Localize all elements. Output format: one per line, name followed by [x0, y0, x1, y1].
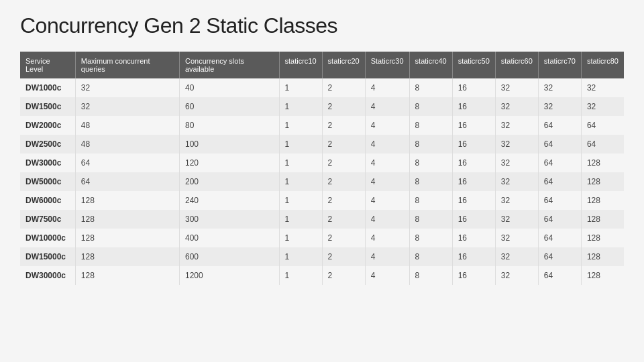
- cell-r8-c6: 8: [409, 229, 452, 247]
- cell-r5-c6: 8: [409, 172, 452, 191]
- cell-r3-c0: DW2500c: [20, 135, 75, 154]
- cell-r5-c8: 32: [495, 172, 538, 191]
- cell-r2-c3: 1: [279, 116, 322, 135]
- cell-r4-c10: 128: [581, 154, 624, 172]
- table-row: DW3000c641201248163264128: [20, 154, 624, 172]
- cell-r0-c9: 32: [538, 78, 581, 97]
- cell-r8-c7: 16: [452, 229, 495, 247]
- cell-r8-c8: 32: [495, 229, 538, 247]
- cell-r1-c4: 2: [322, 97, 365, 116]
- cell-r7-c2: 300: [179, 210, 279, 229]
- table-row: DW10000c1284001248163264128: [20, 229, 624, 247]
- table-row: DW1000c3240124816323232: [20, 78, 624, 97]
- cell-r5-c1: 64: [75, 172, 179, 191]
- cell-r3-c1: 48: [75, 135, 179, 154]
- cell-r3-c2: 100: [179, 135, 279, 154]
- cell-r5-c0: DW5000c: [20, 172, 75, 191]
- cell-r10-c2: 1200: [179, 266, 279, 285]
- cell-r4-c7: 16: [452, 154, 495, 172]
- cell-r3-c9: 64: [538, 135, 581, 154]
- cell-r8-c2: 400: [179, 229, 279, 247]
- cell-r6-c3: 1: [279, 191, 322, 210]
- cell-r10-c5: 4: [365, 266, 409, 285]
- cell-r0-c7: 16: [452, 78, 495, 97]
- cell-r7-c8: 32: [495, 210, 538, 229]
- cell-r0-c0: DW1000c: [20, 78, 75, 97]
- cell-r6-c10: 128: [581, 191, 624, 210]
- cell-r0-c2: 40: [179, 78, 279, 97]
- cell-r1-c2: 60: [179, 97, 279, 116]
- cell-r2-c10: 64: [581, 116, 624, 135]
- cell-r3-c5: 4: [365, 135, 409, 154]
- table-row: DW2000c4880124816326464: [20, 116, 624, 135]
- cell-r9-c9: 64: [538, 247, 581, 266]
- cell-r7-c10: 128: [581, 210, 624, 229]
- concurrency-table: Service LevelMaximum concurrent queriesC…: [20, 52, 624, 285]
- cell-r5-c7: 16: [452, 172, 495, 191]
- col-header-0: Service Level: [20, 52, 75, 78]
- cell-r4-c9: 64: [538, 154, 581, 172]
- cell-r4-c6: 8: [409, 154, 452, 172]
- table-row: DW5000c642001248163264128: [20, 172, 624, 191]
- cell-r10-c10: 128: [581, 266, 624, 285]
- cell-r8-c5: 4: [365, 229, 409, 247]
- cell-r5-c4: 2: [322, 172, 365, 191]
- table-body: DW1000c3240124816323232DW1500c3260124816…: [20, 78, 624, 285]
- cell-r6-c1: 128: [75, 191, 179, 210]
- cell-r5-c5: 4: [365, 172, 409, 191]
- cell-r0-c8: 32: [495, 78, 538, 97]
- cell-r4-c4: 2: [322, 154, 365, 172]
- col-header-5: Staticrc30: [365, 52, 409, 78]
- cell-r9-c6: 8: [409, 247, 452, 266]
- cell-r6-c8: 32: [495, 191, 538, 210]
- cell-r2-c6: 8: [409, 116, 452, 135]
- cell-r2-c7: 16: [452, 116, 495, 135]
- cell-r9-c7: 16: [452, 247, 495, 266]
- cell-r6-c9: 64: [538, 191, 581, 210]
- cell-r8-c10: 128: [581, 229, 624, 247]
- cell-r3-c6: 8: [409, 135, 452, 154]
- cell-r3-c7: 16: [452, 135, 495, 154]
- col-header-8: staticrc60: [495, 52, 538, 78]
- cell-r10-c0: DW30000c: [20, 266, 75, 285]
- page-title: Concurrency Gen 2 Static Classes: [20, 13, 624, 38]
- cell-r7-c6: 8: [409, 210, 452, 229]
- cell-r7-c9: 64: [538, 210, 581, 229]
- cell-r9-c0: DW15000c: [20, 247, 75, 266]
- cell-r7-c3: 1: [279, 210, 322, 229]
- cell-r10-c9: 64: [538, 266, 581, 285]
- cell-r9-c10: 128: [581, 247, 624, 266]
- cell-r9-c2: 600: [179, 247, 279, 266]
- cell-r0-c10: 32: [581, 78, 624, 97]
- cell-r0-c1: 32: [75, 78, 179, 97]
- cell-r1-c10: 32: [581, 97, 624, 116]
- cell-r7-c0: DW7500c: [20, 210, 75, 229]
- cell-r6-c5: 4: [365, 191, 409, 210]
- cell-r7-c4: 2: [322, 210, 365, 229]
- cell-r2-c9: 64: [538, 116, 581, 135]
- col-header-7: staticrc50: [452, 52, 495, 78]
- cell-r8-c9: 64: [538, 229, 581, 247]
- cell-r8-c3: 1: [279, 229, 322, 247]
- cell-r3-c4: 2: [322, 135, 365, 154]
- cell-r4-c8: 32: [495, 154, 538, 172]
- cell-r9-c4: 2: [322, 247, 365, 266]
- cell-r9-c3: 1: [279, 247, 322, 266]
- cell-r1-c8: 32: [495, 97, 538, 116]
- cell-r5-c10: 128: [581, 172, 624, 191]
- cell-r1-c9: 32: [538, 97, 581, 116]
- cell-r0-c3: 1: [279, 78, 322, 97]
- table-header-row: Service LevelMaximum concurrent queriesC…: [20, 52, 624, 78]
- cell-r2-c1: 48: [75, 116, 179, 135]
- cell-r7-c1: 128: [75, 210, 179, 229]
- table-row: DW1500c3260124816323232: [20, 97, 624, 116]
- cell-r6-c7: 16: [452, 191, 495, 210]
- col-header-1: Maximum concurrent queries: [75, 52, 179, 78]
- cell-r3-c3: 1: [279, 135, 322, 154]
- cell-r10-c3: 1: [279, 266, 322, 285]
- cell-r9-c8: 32: [495, 247, 538, 266]
- cell-r10-c8: 32: [495, 266, 538, 285]
- cell-r1-c7: 16: [452, 97, 495, 116]
- cell-r10-c1: 128: [75, 266, 179, 285]
- cell-r1-c1: 32: [75, 97, 179, 116]
